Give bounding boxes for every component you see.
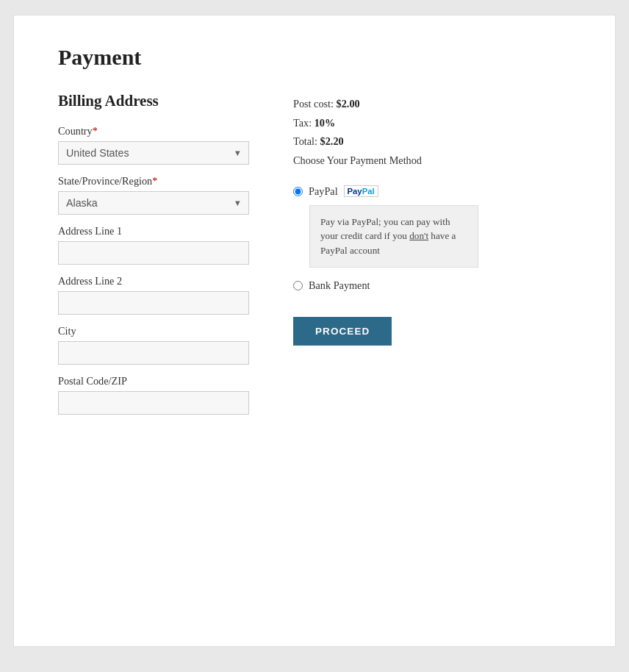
address2-input[interactable] — [58, 291, 249, 315]
paypal-radio[interactable] — [293, 187, 303, 196]
paypal-option: PayPal PayPal — [293, 185, 571, 198]
total-label: Total: — [293, 135, 317, 147]
tax-line: Tax: 10% — [293, 114, 571, 133]
address2-label: Address Line 2 — [58, 275, 249, 287]
city-label: City — [58, 325, 249, 337]
state-select-wrapper: Alaska Alabama Arizona Arkansas Californ… — [58, 191, 249, 215]
address1-group: Address Line 1 — [58, 225, 249, 265]
state-label: State/Province/Region* — [58, 175, 249, 187]
total-value: $2.20 — [320, 135, 344, 147]
country-select-wrapper: United States Canada United Kingdom Aust… — [58, 141, 249, 165]
address1-label: Address Line 1 — [58, 225, 249, 237]
paypal-badge: PayPal — [344, 185, 378, 197]
city-input[interactable] — [58, 341, 249, 365]
billing-section: Billing Address Country* United States C… — [58, 92, 249, 425]
bank-radio[interactable] — [293, 281, 303, 290]
post-cost-label: Post cost: — [293, 98, 334, 110]
tax-value: 10% — [314, 117, 336, 129]
page-wrapper: Payment Billing Address Country* United … — [13, 15, 616, 647]
postal-label: Postal Code/ZIP — [58, 375, 249, 387]
content-area: Billing Address Country* United States C… — [58, 92, 571, 425]
payment-section: Post cost: $2.00 Tax: 10% Total: $2.20 C… — [293, 92, 571, 346]
bank-option: Bank Payment — [293, 279, 571, 292]
proceed-button[interactable]: PROCEED — [293, 317, 392, 346]
state-select[interactable]: Alaska Alabama Arizona Arkansas Californ… — [58, 191, 249, 215]
address1-input[interactable] — [58, 241, 249, 265]
country-label: Country* — [58, 125, 249, 137]
country-select[interactable]: United States Canada United Kingdom Aust… — [58, 141, 249, 165]
city-group: City — [58, 325, 249, 365]
postal-group: Postal Code/ZIP — [58, 375, 249, 415]
payment-method-title: Choose Your Payment Method — [293, 151, 571, 171]
address2-group: Address Line 2 — [58, 275, 249, 315]
total-line: Total: $2.20 — [293, 132, 571, 151]
paypal-description: Pay via PayPal; you can pay with your cr… — [309, 205, 478, 268]
country-group: Country* United States Canada United Kin… — [58, 125, 249, 165]
cost-info: Post cost: $2.00 Tax: 10% Total: $2.20 C… — [293, 95, 571, 171]
state-group: State/Province/Region* Alaska Alabama Ar… — [58, 175, 249, 215]
post-cost-value: $2.00 — [337, 98, 360, 110]
paypal-label[interactable]: PayPal — [309, 185, 338, 198]
state-required: * — [152, 175, 157, 187]
page-title: Payment — [58, 45, 571, 70]
postal-input[interactable] — [58, 391, 249, 415]
country-required: * — [93, 125, 98, 137]
tax-label: Tax: — [293, 117, 312, 129]
post-cost-line: Post cost: $2.00 — [293, 95, 571, 114]
bank-label[interactable]: Bank Payment — [309, 279, 370, 292]
billing-title: Billing Address — [58, 92, 249, 110]
dont-text: don't — [409, 230, 428, 241]
